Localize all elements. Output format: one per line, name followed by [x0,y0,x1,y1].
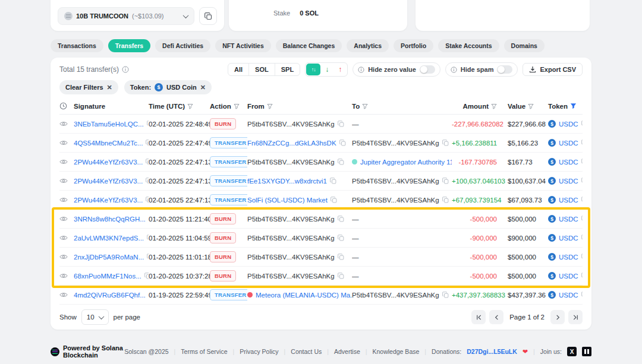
first-page-button[interactable] [471,310,486,324]
sort-desc-button[interactable]: ↓ [320,64,333,75]
copy-icon[interactable] [442,140,449,146]
token-select-dropdown[interactable]: 10B TRUMCOON (~$103.09) [58,7,194,25]
eye-preview-icon[interactable] [59,121,68,127]
tab-domains[interactable]: Domains [504,39,545,52]
copy-icon[interactable] [581,292,583,298]
x-twitter-icon[interactable]: X [567,347,577,356]
copy-icon[interactable] [338,216,344,222]
filter-funnel-icon[interactable] [362,103,368,109]
copy-icon[interactable] [338,235,344,241]
close-icon[interactable]: ✕ [200,84,206,91]
header-amount[interactable]: Amount [452,103,497,110]
hide-zero-value-toggle[interactable]: Hide zero value [353,62,440,77]
signature-link[interactable]: 68xnPuoMMzF1Nos... [74,273,141,280]
token-link[interactable]: USDC [559,140,578,147]
to-address[interactable]: — [352,121,359,128]
copy-icon[interactable] [581,216,583,222]
tab-defi-activities[interactable]: Defi Activities [155,39,210,52]
footer-link-terms-of-service[interactable]: Terms of Service [181,348,227,355]
from-address[interactable]: SolFi (SOL-USDC) Market [247,197,328,204]
header-time[interactable]: Time (UTC) [149,103,210,110]
footer-link-knowledge-base[interactable]: Knowledge Base [373,348,420,355]
copy-icon[interactable] [442,292,449,298]
footer-link-privacy-policy[interactable]: Privacy Policy [240,348,278,355]
clear-filters-chip[interactable]: Clear Filters ✕ [59,80,118,94]
copy-icon[interactable] [338,254,344,260]
from-address[interactable]: P5tb4T6SBV...4KV9ESAhKg [247,121,335,128]
token-link[interactable]: USDC [559,121,578,128]
copy-icon[interactable] [581,273,583,279]
signature-link[interactable]: 2PWu44KeYfZr63V3... [74,197,143,204]
token-link[interactable]: USDC [559,273,578,280]
tab-stake-accounts[interactable]: Stake Accounts [438,39,499,52]
token-link[interactable]: USDC [559,254,578,261]
signature-link[interactable]: 2PWu44KeYfZr63V3... [74,159,143,166]
footer-link-contact-us[interactable]: Contact Us [291,348,322,355]
copy-icon[interactable] [339,140,346,146]
tab-transactions[interactable]: Transactions [51,39,103,52]
to-address[interactable]: P5tb4T6SBV...4KV9ESAhKg [352,197,439,204]
copy-icon[interactable] [338,121,344,127]
tab-balance-changes[interactable]: Balance Changes [276,39,342,52]
eye-preview-icon[interactable] [59,159,68,165]
hide-spam-switch[interactable] [497,65,512,74]
copy-icon[interactable] [144,273,149,279]
signature-link[interactable]: 4QS54MbneCMu2Tc... [74,140,143,147]
filter-funnel-icon[interactable] [528,103,534,109]
tab-portfolio[interactable]: Portfolio [394,39,433,52]
to-address[interactable]: — [352,216,359,223]
to-address[interactable]: P5tb4T6SBV...4KV9ESAhKg [352,178,439,185]
from-address[interactable]: Fn68NZzCCg...dGkLA3hsDK [247,140,336,147]
sort-asc-button[interactable]: ↑ [333,64,347,75]
filter-sol-button[interactable]: SOL [248,64,275,75]
to-address[interactable]: P5tb4T6SBV...4KV9ESAhKg [352,292,439,299]
copy-icon[interactable] [442,197,449,203]
export-csv-button[interactable]: Export CSV [523,63,583,76]
token-filter-chip[interactable]: Token: $ USD Coin ✕ [124,80,212,94]
copy-icon[interactable] [581,197,583,203]
copy-icon[interactable] [581,178,583,184]
token-link[interactable]: USDC [559,159,578,166]
eye-preview-icon[interactable] [59,235,68,241]
to-address[interactable]: — [352,235,359,242]
hide-spam-toggle[interactable]: Hide spam [445,62,518,77]
from-address[interactable]: Meteora (MELANIA-USDC) Ma... [256,292,352,299]
header-from[interactable]: From [247,103,352,110]
signature-link[interactable]: 2PWu44KeYfZr63V3... [74,178,143,185]
donations-address-link[interactable]: D27Dgi...L5EuLK [467,348,517,355]
copy-icon[interactable] [338,159,344,165]
token-link[interactable]: USDC [559,178,578,185]
token-link[interactable]: USDC [559,235,578,242]
header-to[interactable]: To [352,103,452,110]
medium-icon[interactable] [582,347,591,356]
hide-zero-value-switch[interactable] [420,65,435,74]
footer-link-advertise[interactable]: Advertise [334,348,360,355]
to-address[interactable]: Jupiter Aggregator Authority 11 [360,159,452,166]
filter-funnel-icon[interactable] [267,103,273,109]
copy-icon[interactable] [581,235,583,241]
token-link[interactable]: USDC [559,292,578,299]
eye-preview-icon[interactable] [59,292,68,298]
filter-all-button[interactable]: All [228,64,248,75]
tab-analytics[interactable]: Analytics [347,39,389,52]
from-address[interactable]: fEe1SXYGDY...w8xdrctvi1 [247,178,327,185]
signature-link[interactable]: 4md2QiVRuGB6FQhf... [74,292,146,299]
page-size-select[interactable]: 10 [81,309,109,325]
copy-icon[interactable] [330,178,336,184]
next-page-button[interactable] [550,310,565,324]
filter-funnel-icon[interactable] [234,103,240,109]
copy-icon[interactable] [581,159,583,165]
header-action[interactable]: Action [210,103,247,110]
signature-link[interactable]: 2nxJjDbP5A9RoMaN... [74,254,144,261]
eye-preview-icon[interactable] [59,273,68,279]
from-address[interactable]: P5tb4T6SBV...4KV9ESAhKg [247,235,335,242]
filter-funnel-icon[interactable] [187,103,193,109]
tab-transfers[interactable]: Transfers [108,39,150,52]
from-address[interactable]: P5tb4T6SBV...4KV9ESAhKg [247,159,335,166]
copy-icon[interactable] [581,121,583,127]
signature-link[interactable]: 3NRNs8w8hcQqRGH... [74,216,146,223]
last-page-button[interactable] [568,310,583,324]
from-address[interactable]: P5tb4T6SBV...4KV9ESAhKg [247,254,335,261]
time-format-toggle[interactable] [59,102,74,110]
token-link[interactable]: USDC [559,197,578,204]
